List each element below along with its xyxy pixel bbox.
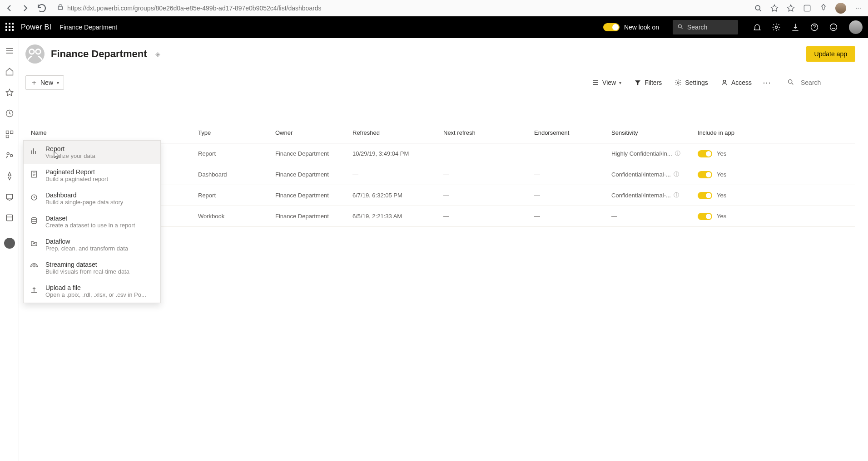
col-owner[interactable]: Owner [275, 129, 352, 136]
learn-icon[interactable] [5, 192, 14, 201]
new-menu-item[interactable]: Report Visualize your data [24, 141, 160, 164]
svg-point-22 [34, 266, 35, 267]
new-menu-item[interactable]: Upload a file Open a .pbix, .rdl, .xlsx,… [24, 280, 160, 303]
svg-rect-7 [6, 131, 9, 134]
gear-icon[interactable] [772, 23, 781, 32]
view-label: View [602, 79, 616, 86]
cell-include: Yes [698, 150, 855, 157]
col-sensitivity[interactable]: Sensitivity [611, 129, 698, 136]
svg-point-14 [30, 49, 35, 54]
star-outline-icon[interactable] [770, 4, 779, 13]
svg-point-11 [10, 154, 12, 157]
update-app-button[interactable]: Update app [806, 46, 855, 62]
recent-icon[interactable] [5, 109, 14, 118]
svg-point-10 [7, 152, 9, 155]
new-menu-item[interactable]: Dataset Create a dataset to use in a rep… [24, 210, 160, 233]
new-button[interactable]: ＋ New ▾ [25, 75, 64, 90]
col-endorsement[interactable]: Endorsement [534, 129, 611, 136]
address-bar[interactable]: https://dxt.powerbi.com/groups/80e26d0a-… [53, 2, 748, 15]
breadcrumb-context[interactable]: Finance Department [60, 24, 117, 31]
cell-owner: Finance Department [275, 192, 352, 199]
menu-item-subtitle: Build visuals from real-time data [45, 268, 129, 275]
menu-item-title: Upload a file [45, 284, 146, 291]
chevron-down-icon: ▾ [619, 80, 621, 85]
new-look-toggle-group[interactable]: New look on [603, 23, 659, 31]
favorites-icon[interactable] [786, 4, 795, 13]
left-nav-rail [0, 38, 19, 461]
browser-more-icon[interactable]: ⋯ [853, 4, 863, 13]
cell-sensitivity: — [611, 213, 698, 220]
premium-diamond-icon: ◈ [155, 50, 160, 58]
menu-item-title: Report [45, 145, 95, 152]
include-toggle[interactable] [698, 192, 712, 199]
cell-refreshed: 10/29/19, 3:49:04 PM [352, 150, 443, 157]
cell-type: Report [198, 192, 275, 199]
access-button[interactable]: Access [721, 79, 752, 86]
include-toggle[interactable] [698, 171, 712, 178]
deployment-icon[interactable] [5, 172, 14, 181]
global-search-placeholder: Search [687, 24, 707, 31]
info-icon[interactable]: ⓘ [675, 150, 680, 157]
cell-endorsement: — [534, 213, 611, 220]
svg-point-16 [677, 82, 679, 83]
col-name[interactable]: Name [30, 129, 198, 136]
browser-profile-avatar[interactable] [835, 3, 846, 14]
cell-include: Yes [698, 213, 855, 220]
view-button[interactable]: View ▾ [592, 79, 621, 86]
col-type[interactable]: Type [198, 129, 275, 136]
download-icon[interactable] [791, 23, 800, 32]
apps-icon[interactable] [5, 130, 14, 139]
more-options-button[interactable]: ⋯ [763, 78, 772, 88]
filters-button[interactable]: Filters [634, 79, 662, 86]
info-icon[interactable]: ⓘ [674, 171, 679, 178]
cell-next-refresh: — [443, 150, 534, 157]
global-search[interactable]: Search [673, 20, 738, 34]
svg-point-15 [36, 49, 41, 54]
forward-button[interactable] [20, 3, 31, 14]
extensions-icon[interactable] [803, 4, 812, 13]
notifications-icon[interactable] [753, 23, 762, 32]
svg-rect-12 [6, 194, 12, 199]
include-label: Yes [717, 213, 726, 220]
shared-icon[interactable] [5, 151, 14, 160]
col-next-refresh[interactable]: Next refresh [443, 129, 534, 136]
col-refreshed[interactable]: Refreshed [352, 129, 443, 136]
cell-refreshed: — [352, 171, 443, 178]
zoom-icon[interactable] [754, 4, 763, 13]
cell-include: Yes [698, 192, 855, 199]
current-workspace-icon[interactable] [4, 238, 15, 249]
settings-button[interactable]: Settings [675, 79, 708, 86]
brand-label: Power BI [21, 23, 51, 31]
menu-item-subtitle: Build a paginated report [45, 176, 108, 182]
menu-item-title: Streaming dataset [45, 261, 129, 268]
include-toggle[interactable] [698, 213, 712, 220]
cell-sensitivity: Confidential\Internal-...ⓘ [611, 191, 698, 199]
list-search-input[interactable] [801, 79, 855, 86]
feedback-icon[interactable] [829, 23, 838, 32]
home-icon[interactable] [5, 67, 14, 76]
user-avatar[interactable] [849, 20, 863, 34]
new-menu-item[interactable]: Streaming dataset Build visuals from rea… [24, 256, 160, 280]
new-menu-item[interactable]: Paginated Report Build a paginated repor… [24, 164, 160, 187]
svg-rect-9 [6, 135, 9, 138]
back-button[interactable] [4, 3, 15, 14]
help-icon[interactable] [810, 23, 819, 32]
col-include[interactable]: Include in app [698, 129, 855, 136]
refresh-button[interactable] [36, 3, 47, 14]
hamburger-icon[interactable] [5, 46, 14, 55]
new-look-toggle[interactable] [603, 23, 620, 31]
info-icon[interactable]: ⓘ [674, 191, 679, 199]
workspaces-icon[interactable] [5, 213, 14, 222]
new-look-label: New look on [624, 24, 659, 31]
new-menu-item[interactable]: Dashboard Build a single-page data story [24, 187, 160, 210]
cell-owner: Finance Department [275, 213, 352, 220]
pin-icon[interactable] [819, 4, 828, 13]
menu-item-icon [30, 193, 38, 201]
favorites-rail-icon[interactable] [5, 88, 14, 97]
app-launcher-icon[interactable] [5, 23, 15, 32]
list-search[interactable] [787, 78, 855, 87]
new-menu-item[interactable]: Dataflow Prep, clean, and transform data [24, 233, 160, 256]
cell-owner: Finance Department [275, 150, 352, 157]
include-toggle[interactable] [698, 150, 712, 157]
menu-item-title: Dashboard [45, 191, 123, 199]
